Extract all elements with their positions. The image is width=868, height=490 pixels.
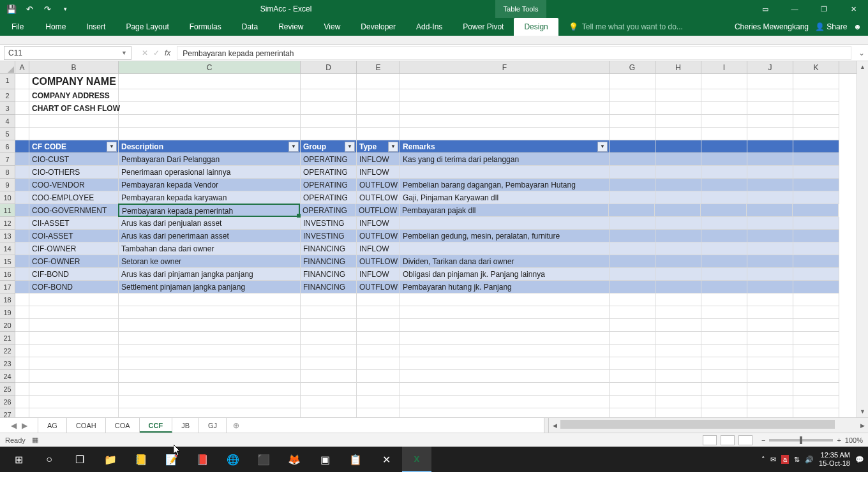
cell[interactable]	[747, 204, 793, 217]
cell[interactable]	[400, 345, 610, 357]
column-header[interactable]: K	[793, 61, 839, 73]
cell[interactable]	[301, 357, 357, 370]
cell[interactable]	[793, 242, 839, 255]
cell[interactable]	[793, 230, 839, 242]
cell[interactable]	[655, 166, 701, 179]
cell[interactable]: CHART OF CASH FLOW	[29, 102, 119, 115]
cell[interactable]	[701, 230, 747, 242]
cell[interactable]	[15, 89, 29, 102]
taskbar-app-icon[interactable]: ✕	[371, 447, 401, 472]
macro-record-icon[interactable]: ▦	[32, 436, 38, 444]
cell[interactable]	[15, 383, 29, 396]
taskbar-app-icon[interactable]: ⊞	[4, 447, 33, 472]
cell[interactable]	[610, 242, 655, 255]
row-header[interactable]: 5	[0, 128, 15, 140]
cell[interactable]	[655, 74, 701, 89]
cell[interactable]	[655, 268, 701, 281]
column-header[interactable]: C	[119, 61, 301, 73]
cell[interactable]	[701, 319, 747, 332]
cell[interactable]: INFLOW	[357, 166, 400, 179]
cell[interactable]	[793, 396, 839, 408]
cell[interactable]: OUTFLOW	[357, 230, 400, 242]
cell[interactable]	[793, 128, 839, 140]
cell[interactable]	[400, 306, 610, 319]
emoji-icon[interactable]: ☻	[853, 22, 862, 31]
cell[interactable]	[701, 332, 747, 345]
cell[interactable]	[610, 179, 655, 191]
cell[interactable]	[357, 293, 400, 306]
cell[interactable]	[655, 408, 701, 417]
cell[interactable]	[793, 383, 839, 396]
horizontal-scrollbar[interactable]: ◀ ▶	[549, 418, 868, 433]
cell[interactable]	[747, 319, 793, 332]
cell[interactable]	[701, 89, 747, 102]
cell[interactable]	[793, 408, 839, 417]
cell[interactable]	[119, 89, 301, 102]
cell[interactable]	[747, 383, 793, 396]
prev-sheet-icon[interactable]: ◀	[11, 421, 17, 430]
cell[interactable]	[301, 370, 357, 383]
taskbar-app-icon[interactable]: ○	[34, 447, 64, 472]
cell[interactable]	[357, 408, 400, 417]
cell[interactable]: OUTFLOW	[357, 255, 400, 268]
sheet-tab[interactable]: COA	[106, 418, 140, 433]
cell[interactable]	[119, 357, 301, 370]
cell[interactable]	[793, 204, 839, 217]
sheet-tab[interactable]: AG	[38, 418, 67, 433]
cell[interactable]	[610, 268, 655, 281]
cell[interactable]	[793, 191, 839, 204]
cell[interactable]	[793, 332, 839, 345]
close-icon[interactable]: ✕	[839, 0, 868, 18]
cell[interactable]	[357, 319, 400, 332]
chevron-down-icon[interactable]: ▼	[121, 50, 127, 56]
cell[interactable]	[29, 345, 119, 357]
cell[interactable]: Pembayaran kepada karyawan	[119, 191, 301, 204]
cell[interactable]	[15, 102, 29, 115]
cell[interactable]	[400, 293, 610, 306]
cell[interactable]	[701, 102, 747, 115]
zoom-level[interactable]: 100%	[845, 436, 863, 444]
column-header[interactable]: J	[747, 61, 793, 73]
cell[interactable]	[610, 255, 655, 268]
cell[interactable]	[15, 128, 29, 140]
row-header[interactable]: 19	[0, 306, 15, 319]
cell[interactable]	[793, 217, 839, 230]
tray-expand-icon[interactable]: ˄	[761, 456, 765, 464]
cell[interactable]: FINANCING	[301, 242, 357, 255]
row-header[interactable]: 24	[0, 370, 15, 383]
cell[interactable]	[701, 357, 747, 370]
row-header[interactable]: 17	[0, 281, 15, 293]
tellme-search[interactable]: 💡Tell me what you want to do...	[558, 18, 693, 36]
cell[interactable]	[15, 408, 29, 417]
cell[interactable]	[655, 191, 701, 204]
cell[interactable]	[15, 217, 29, 230]
cell[interactable]	[701, 242, 747, 255]
cell[interactable]: COF-BOND	[29, 281, 119, 293]
undo-icon[interactable]: ↶	[22, 1, 37, 17]
cancel-formula-icon[interactable]: ✕	[142, 48, 148, 57]
cell[interactable]	[610, 115, 655, 128]
zoom-out-icon[interactable]: −	[761, 436, 765, 444]
cell[interactable]	[701, 191, 747, 204]
row-header[interactable]: 11	[0, 204, 15, 217]
cell[interactable]: INFLOW	[357, 242, 400, 255]
cell[interactable]	[610, 345, 655, 357]
cell[interactable]	[29, 306, 119, 319]
cell[interactable]	[793, 345, 839, 357]
cell[interactable]	[301, 408, 357, 417]
cell[interactable]	[701, 281, 747, 293]
cell[interactable]	[15, 306, 29, 319]
row-header[interactable]: 15	[0, 255, 15, 268]
cell[interactable]	[747, 179, 793, 191]
scroll-left-icon[interactable]: ◀	[549, 422, 560, 429]
cell[interactable]	[793, 370, 839, 383]
normal-view-button[interactable]	[703, 435, 717, 445]
cell[interactable]	[357, 332, 400, 345]
filter-dropdown-icon[interactable]: ▼	[597, 142, 608, 152]
cell[interactable]: Arus kas dari penjualan asset	[119, 217, 301, 230]
cell[interactable]	[119, 383, 301, 396]
cell[interactable]: Pembelian barang dagangan, Pembayaran Hu…	[400, 179, 610, 191]
cell[interactable]	[15, 166, 29, 179]
cell[interactable]: Remarks▼	[400, 140, 610, 153]
cell[interactable]	[655, 383, 701, 396]
